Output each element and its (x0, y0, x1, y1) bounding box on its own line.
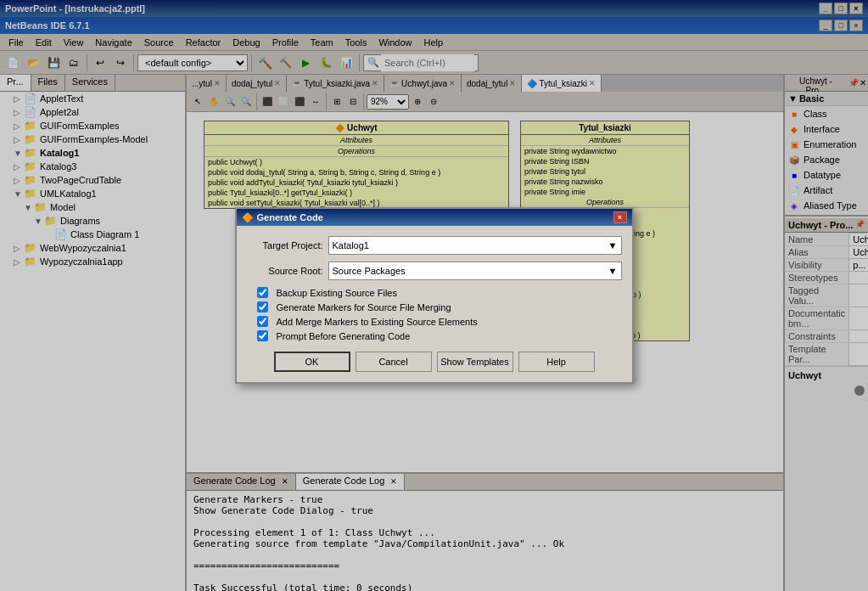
checkbox-row-0: Backup Existing Source Files (247, 287, 622, 298)
checkbox-prompt[interactable] (257, 330, 268, 341)
generate-code-dialog: 🔶 Generate Code × Target Project: Katalo… (235, 207, 634, 384)
show-templates-button[interactable]: Show Templates (437, 352, 513, 372)
target-project-value: Katalog1 (333, 240, 369, 250)
help-button[interactable]: Help (518, 352, 595, 372)
checkbox-label-add-merge: Add Merge Markers to Existing Source Ele… (277, 317, 478, 327)
modal-buttons: OK Cancel Show Templates Help (247, 352, 622, 372)
checkbox-add-merge[interactable] (257, 316, 268, 327)
ok-button[interactable]: OK (274, 352, 350, 372)
modal-title: Generate Code (257, 212, 323, 222)
checkbox-label-backup: Backup Existing Source Files (277, 288, 397, 298)
source-root-value: Source Packages (333, 266, 406, 276)
checkbox-row-2: Add Merge Markers to Existing Source Ele… (247, 316, 622, 327)
checkbox-generate-markers[interactable] (257, 301, 268, 312)
modal-close-button[interactable]: × (613, 211, 627, 223)
checkbox-backup[interactable] (257, 287, 268, 298)
target-project-row: Target Project: Katalog1 ▼ (247, 236, 622, 255)
modal-title-bar: 🔶 Generate Code × (237, 209, 632, 226)
checkbox-label-prompt: Prompt Before Generating Code (277, 331, 411, 341)
modal-icon: 🔶 (242, 212, 254, 223)
checkbox-row-1: Generate Markers for Source File Merging (247, 301, 622, 312)
dropdown-arrow-icon: ▼ (608, 240, 618, 250)
cancel-button[interactable]: Cancel (356, 352, 432, 372)
modal-body: Target Project: Katalog1 ▼ Source Root: … (237, 226, 632, 382)
source-root-row: Source Root: Source Packages ▼ (247, 262, 622, 280)
target-project-dropdown[interactable]: Katalog1 ▼ (328, 236, 622, 255)
dropdown-arrow-icon: ▼ (608, 266, 618, 276)
source-root-dropdown[interactable]: Source Packages ▼ (328, 262, 622, 280)
modal-overlay: 🔶 Generate Code × Target Project: Katalo… (0, 0, 868, 591)
checkbox-row-3: Prompt Before Generating Code (247, 330, 622, 341)
source-root-label: Source Root: (247, 266, 323, 276)
target-project-label: Target Project: (247, 240, 323, 250)
checkbox-label-generate-markers: Generate Markers for Source File Merging (277, 302, 451, 312)
